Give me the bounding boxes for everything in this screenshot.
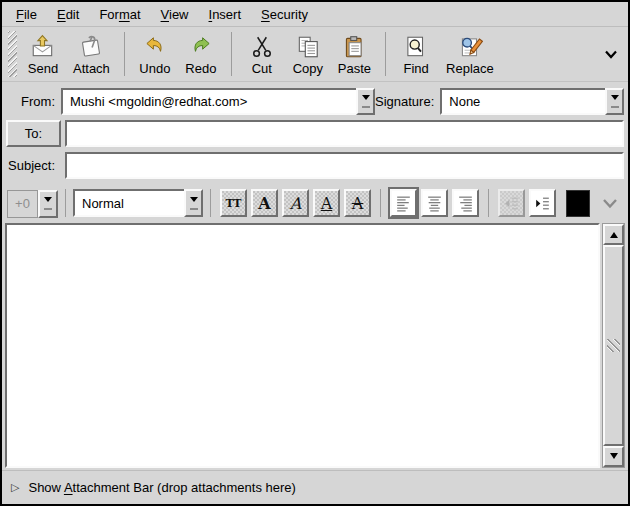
paragraph-style-combo[interactable]: Normal: [73, 189, 203, 217]
mail-composer-window: File Edit Format View Insert Security Se…: [0, 0, 630, 506]
cut-button[interactable]: Cut: [239, 29, 285, 79]
menu-security[interactable]: Security: [251, 4, 318, 25]
unindent-button: [498, 189, 525, 217]
from-combo[interactable]: Mushi <mgoldin@redhat.com>: [61, 88, 375, 115]
arrow-down-icon: [611, 95, 619, 104]
menu-edit[interactable]: Edit: [47, 4, 89, 25]
signature-combo[interactable]: None: [440, 88, 624, 115]
align-center-button[interactable]: [421, 189, 448, 217]
option-menu-bar: [611, 106, 619, 108]
strikethrough-toggle-button[interactable]: A: [344, 189, 371, 217]
font-color-swatch-button[interactable]: [566, 190, 590, 217]
message-body-area: [5, 223, 625, 468]
format-separator: [380, 189, 381, 217]
find-label: Find: [403, 61, 428, 76]
menu-format[interactable]: Format: [89, 4, 150, 25]
redo-arrow-icon: [188, 34, 214, 60]
menu-file[interactable]: File: [6, 4, 47, 25]
undo-button[interactable]: Undo: [132, 29, 178, 79]
find-button[interactable]: Find: [393, 29, 439, 79]
italic-toggle-button[interactable]: A: [282, 189, 309, 217]
format-separator: [210, 189, 211, 217]
format-overflow-chevron[interactable]: [601, 196, 619, 210]
unindent-icon: [502, 194, 521, 213]
paragraph-style-value: Normal: [73, 189, 184, 217]
attach-button[interactable]: Attach: [66, 29, 117, 79]
cut-label: Cut: [252, 61, 272, 76]
message-body-input[interactable]: [5, 223, 600, 468]
paste-button[interactable]: Paste: [331, 29, 378, 79]
indent-button[interactable]: [529, 189, 556, 217]
align-left-icon: [394, 194, 413, 213]
send-mail-icon: [30, 34, 56, 60]
send-label: Send: [28, 61, 58, 76]
attach-label: Attach: [73, 61, 110, 76]
chevron-down-icon: [603, 47, 619, 61]
copy-label: Copy: [293, 61, 323, 76]
from-value: Mushi <mgoldin@redhat.com>: [61, 88, 356, 115]
attachment-bar-label[interactable]: Show Attachment Bar (drop attachments he…: [28, 480, 295, 495]
paste-label: Paste: [338, 61, 371, 76]
to-row: To:: [6, 120, 625, 147]
format-separator: [488, 189, 489, 217]
font-size-combo[interactable]: +0: [7, 190, 58, 217]
font-size-arrow-button[interactable]: [38, 190, 58, 218]
copy-button[interactable]: Copy: [285, 29, 331, 79]
cut-scissors-icon: [249, 34, 275, 60]
paste-clipboard-icon: [341, 34, 367, 60]
arrow-down-icon: [44, 197, 52, 206]
to-input[interactable]: [65, 120, 624, 147]
format-toolbar: +0 Normal TT A A A A: [2, 184, 628, 222]
scrollbar-grip: [607, 339, 620, 352]
subject-input[interactable]: [65, 152, 624, 179]
scrollbar-thumb[interactable]: [603, 245, 624, 446]
align-right-button[interactable]: [452, 189, 479, 217]
format-separator: [65, 189, 66, 217]
scroll-up-button[interactable]: [603, 224, 624, 245]
arrow-down-icon: [362, 95, 370, 104]
align-left-button[interactable]: [390, 189, 417, 217]
send-button[interactable]: Send: [20, 29, 66, 79]
toolbar-separator: [385, 32, 386, 76]
redo-label: Redo: [185, 61, 216, 76]
subject-label: Subject:: [6, 158, 61, 173]
scroll-down-button[interactable]: [603, 446, 624, 467]
toolbar-separator: [124, 32, 125, 76]
find-magnifier-icon: [403, 34, 429, 60]
align-right-icon: [456, 194, 475, 213]
attach-paperclip-icon: [78, 34, 104, 60]
attachment-bar: ▷ Show Attachment Bar (drop attachments …: [2, 470, 628, 504]
menu-insert[interactable]: Insert: [199, 4, 252, 25]
signature-combo-arrow-button[interactable]: [605, 88, 624, 115]
toolbar-grip[interactable]: [8, 31, 17, 77]
main-toolbar: Send Attach Undo Redo: [2, 27, 628, 82]
toolbar-overflow-chevron[interactable]: [603, 34, 619, 74]
replace-magnifier-pencil-icon: [457, 34, 483, 60]
option-menu-bar: [362, 106, 370, 108]
to-button[interactable]: To:: [6, 120, 61, 147]
bold-toggle-button[interactable]: A: [251, 189, 278, 217]
copy-documents-icon: [295, 34, 321, 60]
replace-button[interactable]: Replace: [439, 29, 501, 79]
paragraph-style-arrow-button[interactable]: [184, 189, 203, 217]
menu-view[interactable]: View: [151, 4, 199, 25]
redo-button[interactable]: Redo: [178, 29, 224, 79]
expander-triangle-icon[interactable]: ▷: [11, 482, 19, 493]
replace-label: Replace: [446, 61, 494, 76]
from-label: From:: [6, 94, 61, 109]
menu-bar: File Edit Format View Insert Security: [2, 2, 628, 27]
toolbar-separator: [231, 32, 232, 76]
underline-toggle-button[interactable]: A: [313, 189, 340, 217]
arrow-down-icon: [190, 197, 198, 206]
header-fields: From: Mushi <mgoldin@redhat.com> Signatu…: [2, 82, 628, 184]
align-center-icon: [425, 194, 444, 213]
subject-row: Subject:: [6, 152, 625, 179]
undo-arrow-icon: [142, 34, 168, 60]
typewriter-toggle-button[interactable]: TT: [220, 189, 247, 217]
chevron-down-icon: [601, 196, 619, 210]
option-menu-bar: [44, 208, 52, 210]
from-combo-arrow-button[interactable]: [356, 88, 375, 115]
signature-value: None: [440, 88, 605, 115]
vertical-scrollbar[interactable]: [602, 223, 625, 468]
arrow-up-icon: [610, 228, 618, 238]
